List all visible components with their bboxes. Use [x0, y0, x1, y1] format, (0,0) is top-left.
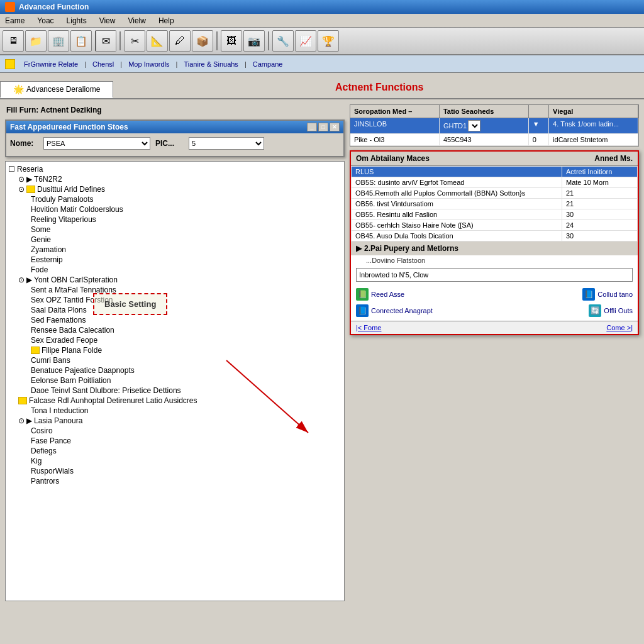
toolbar-btn-13[interactable]: 📈 — [295, 30, 316, 52]
func-table-row-6[interactable]: OB45. Auso Dula Tools Dication 30 — [352, 231, 638, 242]
toolbar-btn-8[interactable]: 🖊 — [169, 30, 191, 52]
func-table-row-3[interactable]: OB56. tivst Vintdursatiom 21 — [352, 199, 638, 209]
tree-item-eesternip[interactable]: Eesternip — [31, 255, 341, 265]
tree-link-sex-ext[interactable]: Sex Exraded Feope — [31, 336, 97, 345]
tree-link-t6n2r2[interactable]: T6N2R2 — [34, 175, 62, 184]
nav-link-3[interactable]: Mop Inwordls — [125, 59, 173, 69]
expand-icon-3[interactable]: ▶ — [26, 275, 32, 284]
conrected-anagrapt-btn[interactable]: 📘 Conrected Anagrapt — [356, 304, 433, 317]
menu-view[interactable]: View — [97, 15, 118, 26]
tree-item-sex-opz[interactable]: Sex OPZ Tantid Forstion — [31, 295, 341, 305]
tree-link-eelonse[interactable]: Eelonse Barn Poitliation — [31, 376, 111, 385]
tree-item-cosiro[interactable]: Cosiro — [31, 426, 341, 436]
table-dropdown[interactable] — [468, 120, 480, 131]
tab-left[interactable]: 🌟 Advancese Deraliome — [0, 81, 113, 98]
func-table-row-4[interactable]: OB55. Resintu alld Faslion 30 — [352, 209, 638, 220]
dialog-minimize-btn[interactable]: _ — [307, 123, 317, 131]
tree-item-benatuce[interactable]: Benatuce Pajeatice Daapnopts — [31, 365, 341, 375]
offli-outs-btn[interactable]: 🔄 Offli Outs — [589, 304, 633, 317]
menu-eame[interactable]: Eame — [3, 15, 27, 26]
tree-link-falcase[interactable]: Falcase Rdl Aunhoptal Detirenuret Latio … — [29, 396, 197, 405]
pic-select[interactable]: 5 — [189, 137, 264, 150]
menu-yoac[interactable]: Yoac — [35, 15, 56, 26]
tree-item-fllipe[interactable]: Fllipe Plana Folde — [31, 345, 341, 355]
tree-item-rensee[interactable]: Rensee Bada Calecation — [31, 325, 341, 335]
tree-link-some[interactable]: Some — [31, 225, 50, 234]
tree-link-kig[interactable]: Kig — [31, 457, 42, 465]
toolbar-btn-11[interactable]: 📷 — [243, 30, 265, 52]
func-table-row-5[interactable]: OB55- cerhlch Staiso Haire Note ([SA) 24 — [352, 220, 638, 231]
tree-item-t6n2r2[interactable]: ⊙ ▶ T6N2R2 — [18, 174, 341, 184]
tree-item-saal[interactable]: Saal Daita Plons — [31, 305, 341, 315]
tree-item-zyamation[interactable]: Zyamation — [31, 245, 341, 255]
expand-icon[interactable]: ▶ — [26, 175, 32, 184]
tree-link-fase[interactable]: Fase Pance — [31, 436, 71, 445]
toolbar-btn-9[interactable]: 📦 — [192, 30, 213, 52]
tree-item-cumri[interactable]: Cumri Bans — [31, 355, 341, 365]
tree-item-reeling[interactable]: Reeling Vitaperious — [31, 214, 341, 225]
tree-item-reseria[interactable]: ☐ Reseria — [8, 164, 341, 174]
dialog-maximize-btn[interactable]: □ — [318, 123, 328, 131]
tree-link-daoe[interactable]: Daoe Teinvl Sant Dlulbore: Prisetice Det… — [31, 386, 181, 395]
toolbar-btn-10[interactable]: 🖼 — [221, 30, 242, 52]
toolbar-btn-12[interactable]: 🔧 — [272, 30, 294, 52]
tree-link-saal[interactable]: Saal Daita Plons — [31, 306, 87, 314]
tree-link-sex-opz[interactable]: Sex OPZ Tantid Forstion — [31, 296, 113, 304]
toolbar-btn-6[interactable]: ✂ — [124, 30, 145, 52]
toolbar-btn-3[interactable]: 🏢 — [48, 30, 69, 52]
tree-link-fllipe[interactable]: Fllipe Plana Folde — [42, 346, 102, 355]
tree-link-zyamation[interactable]: Zyamation — [31, 245, 66, 254]
nav-forward-btn[interactable]: Come >| — [606, 324, 633, 331]
func-table-row-1[interactable]: OB5S: dusinto arviV Egrfot Tomead Mate 1… — [352, 177, 638, 188]
expand-icon-2[interactable]: ⊙ — [18, 185, 25, 194]
tree-item-sed[interactable]: Sed Faemations — [31, 315, 341, 325]
tree-link-hovition[interactable]: Hovition Matir Coldoerslous — [31, 205, 123, 214]
table-row-1[interactable]: JINSLLOB GHTD1 ▼ 4. Tnsk 1/oom ladin... — [350, 118, 638, 134]
tree-item-troduly[interactable]: Troduly Pamaloots — [31, 194, 341, 204]
tree-item-rusporwials[interactable]: RusporWials — [31, 466, 341, 476]
tree-link-cumri[interactable]: Cumri Bans — [31, 356, 70, 365]
tree-link-rusporwials[interactable]: RusporWials — [31, 467, 74, 475]
toolbar-btn-5[interactable]: ✉ — [95, 30, 116, 52]
tree-link-reeling[interactable]: Reeling Vitaperious — [31, 215, 96, 224]
menu-lights[interactable]: Lights — [64, 15, 89, 26]
tree-link-yont[interactable]: Yont OBN CarlSpteration — [34, 275, 118, 284]
toolbar-btn-14[interactable]: 🏆 — [318, 30, 339, 52]
reed-asse-btn[interactable]: 📗 Reed Asse — [356, 288, 404, 301]
tree-link-sent[interactable]: Sent a MtaFal Tennations — [31, 286, 116, 294]
tree-item-sent[interactable]: Sent a MtaFal Tennations — [31, 285, 341, 295]
dialog-close-btn[interactable]: ✕ — [330, 123, 340, 131]
nav-link-5[interactable]: Campane — [249, 59, 287, 69]
tree-item-eelonse[interactable]: Eelonse Barn Poitliation — [31, 375, 341, 386]
tree-item-sex-ext[interactable]: Sex Exraded Feope — [31, 335, 341, 345]
tree-link-fode[interactable]: Fode — [31, 265, 48, 274]
nav-link-4[interactable]: Tianire & Sinuahs — [180, 59, 242, 69]
tree-item-some[interactable]: Some — [31, 225, 341, 235]
tree-item-fase[interactable]: Fase Pance — [31, 436, 341, 446]
expand-icon-4[interactable]: ▶ — [26, 416, 32, 425]
section-2-header[interactable]: ▶ 2.Pai Pupery and Metlorns — [351, 242, 638, 255]
tree-link-defiegs[interactable]: Defiegs — [31, 447, 57, 455]
nav-link-2[interactable]: Chensl — [89, 59, 118, 69]
toolbar-btn-1[interactable]: 🖥 — [3, 30, 24, 52]
collud-tano-btn[interactable]: 📘 Collud tano — [582, 288, 633, 301]
func-table-row-selected[interactable]: RLUS Actreti Inoitiorn — [352, 167, 638, 177]
tree-link-lasia[interactable]: Lasia Panoura — [34, 416, 82, 425]
tree-item-fode[interactable]: Fode — [31, 265, 341, 275]
nav-back-btn[interactable]: |< Fome — [356, 324, 381, 331]
tree-item-tona[interactable]: Tona I nteduction — [31, 406, 341, 416]
tree-item-falcase[interactable]: Falcase Rdl Aunhoptal Detirenuret Latio … — [18, 396, 341, 406]
tree-link-benatuce[interactable]: Benatuce Pajeatice Daapnopts — [31, 366, 135, 375]
tree-link-genie[interactable]: Genie — [31, 235, 51, 244]
tree-item-kig[interactable]: Kig — [31, 456, 341, 466]
tree-link-cosiro[interactable]: Cosiro — [31, 426, 53, 435]
menu-help[interactable]: Help — [156, 15, 177, 26]
tree-item-hovition[interactable]: Hovition Matir Coldoerslous — [31, 204, 341, 214]
text-input-field[interactable] — [356, 268, 633, 282]
tree-item-yont[interactable]: ⊙ ▶ Yont OBN CarlSpteration — [18, 275, 341, 285]
table-row-2[interactable]: Pike - Ol3 455C943 0 idCarcel Stntetom — [350, 134, 638, 146]
tree-link-troduly[interactable]: Troduly Pamaloots — [31, 195, 94, 204]
tree-link-reseria[interactable]: Reseria — [17, 165, 43, 174]
tree-link-rensee[interactable]: Rensee Bada Calecation — [31, 326, 114, 335]
toolbar-btn-7[interactable]: 📐 — [147, 30, 168, 52]
